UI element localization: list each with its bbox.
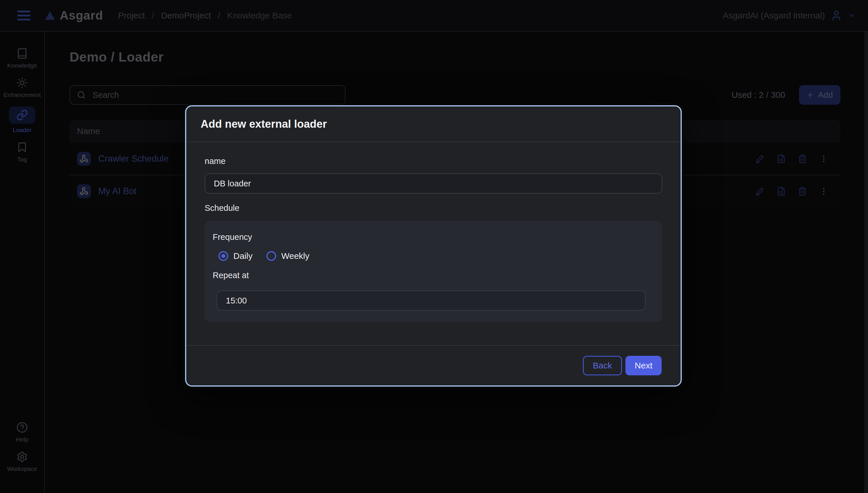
breadcrumb-project[interactable]: Project (118, 10, 145, 20)
toolbar: Used : 2 / 300 Add (70, 85, 840, 105)
scrollbar-track[interactable] (865, 31, 868, 493)
sidebar-item-label: Help (16, 436, 28, 443)
sidebar-item-knowledge[interactable]: Knowledge (0, 48, 44, 69)
radio-weekly[interactable]: Weekly (267, 251, 310, 261)
top-bar: Asgard Project / DemoProject / Knowledge… (0, 0, 868, 31)
modal-header: Add new external loader (186, 106, 681, 142)
sidebar-item-workspace[interactable]: Workspace (0, 451, 44, 472)
webhook-icon (77, 152, 91, 166)
sidebar-item-label: Tag (17, 156, 27, 163)
breadcrumb-knowledge-base[interactable]: Knowledge Base (227, 10, 292, 20)
radio-weekly-label: Weekly (281, 251, 310, 261)
next-button[interactable]: Next (625, 356, 662, 376)
add-loader-modal: Add new external loader name Schedule Fr… (185, 105, 682, 387)
breadcrumb-demoproject[interactable]: DemoProject (161, 10, 211, 20)
usage-counter: Used : 2 / 300 (731, 90, 785, 100)
frequency-options: Daily Weekly (213, 251, 654, 261)
sidebar: Knowledge Enhancement Loader Tag Help Wo… (0, 31, 45, 493)
breadcrumb-separator: / (152, 10, 154, 20)
webhook-icon (77, 185, 91, 198)
search-input[interactable] (91, 90, 338, 100)
frequency-label: Frequency (213, 232, 654, 242)
column-header-name: Name (77, 126, 100, 136)
add-button[interactable]: Add (799, 85, 840, 105)
modal-body: name Schedule Frequency Daily Weekly Rep… (186, 142, 681, 322)
sidebar-item-loader[interactable]: Loader (0, 106, 44, 133)
chevron-down-icon (848, 12, 855, 19)
file-icon[interactable] (777, 187, 786, 196)
book-icon (16, 48, 28, 59)
sidebar-item-enhancement[interactable]: Enhancement (0, 77, 44, 99)
modal-footer: Back Next (186, 345, 681, 385)
breadcrumb-separator: / (218, 10, 220, 20)
schedule-label: Schedule (205, 203, 662, 213)
user-icon (831, 10, 842, 21)
edit-icon[interactable] (755, 187, 764, 196)
app-root: Asgard Project / DemoProject / Knowledge… (0, 0, 868, 493)
edit-icon[interactable] (755, 154, 764, 164)
bookmark-icon (16, 142, 28, 153)
menu-icon[interactable] (17, 10, 30, 20)
add-button-label: Add (818, 90, 833, 100)
radio-weekly-ring (267, 251, 276, 261)
sidebar-item-label: Workspace (7, 465, 37, 472)
toolbar-right: Used : 2 / 300 Add (731, 85, 840, 105)
logo-text: Asgard (60, 8, 103, 22)
sidebar-item-label: Loader (13, 127, 31, 133)
loader-name-link[interactable]: Crawler Schedule (98, 154, 169, 164)
trash-icon[interactable] (798, 187, 807, 196)
active-item-tile (9, 106, 36, 124)
sidebar-item-label: Enhancement (3, 91, 41, 99)
account-menu[interactable]: AsgardAI (Asgard Internal) (723, 10, 855, 21)
breadcrumb: Project / DemoProject / Knowledge Base (118, 10, 292, 20)
page-title: Demo / Loader (70, 49, 868, 65)
row-actions (755, 154, 828, 164)
sidebar-item-help[interactable]: Help (0, 422, 44, 443)
radio-daily[interactable]: Daily (219, 251, 253, 261)
more-icon[interactable] (819, 154, 828, 164)
row-actions (755, 187, 828, 196)
modal-title: Add new external loader (201, 118, 327, 130)
plus-icon (806, 91, 814, 99)
schedule-panel: Frequency Daily Weekly Repeat at (205, 221, 662, 322)
loader-name-link[interactable]: My AI Bot (98, 186, 137, 196)
help-circle-icon (16, 422, 28, 433)
logo-triangle-icon (44, 10, 56, 21)
radio-daily-ring (219, 251, 228, 261)
file-icon[interactable] (777, 154, 786, 164)
gear-icon (16, 451, 28, 463)
sidebar-item-tag[interactable]: Tag (0, 142, 44, 163)
name-label: name (205, 156, 662, 166)
search-box (70, 85, 345, 105)
more-icon[interactable] (819, 187, 828, 196)
back-button[interactable]: Back (583, 356, 622, 376)
sidebar-item-label: Knowledge (7, 62, 37, 69)
search-icon (77, 91, 86, 99)
radio-daily-label: Daily (233, 251, 253, 261)
repeat-at-label: Repeat at (213, 271, 654, 280)
repeat-time-input[interactable] (217, 291, 645, 310)
trash-icon[interactable] (798, 154, 807, 164)
loader-name-input[interactable] (205, 173, 662, 194)
sun-icon (16, 77, 28, 89)
link-icon (16, 109, 28, 121)
logo[interactable]: Asgard (44, 8, 103, 22)
account-label: AsgardAI (Asgard Internal) (723, 10, 825, 20)
sidebar-bottom: Help Workspace (0, 422, 44, 480)
